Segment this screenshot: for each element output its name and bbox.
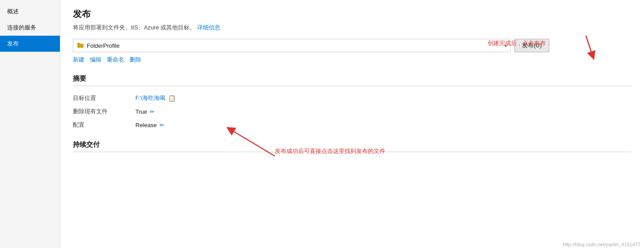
action-rename[interactable]: 重命名 [107, 56, 124, 64]
summary-table: 目标位置 F:\海吃海喝 📋 删除现有文件 True ✏ 配置 Release … [73, 93, 631, 130]
label-delete-existing: 删除现有文件 [73, 107, 135, 116]
target-path-link[interactable]: F:\海吃海喝 [135, 94, 165, 102]
dropdown-arrow-icon[interactable]: ▾ [505, 43, 507, 48]
sidebar-item-label: 发布 [7, 40, 19, 47]
sidebar: 概述 连接的服务 发布 [0, 0, 60, 248]
profile-row: FolderProfile ▾ 发布(U) [73, 39, 631, 52]
delete-existing-value: True [135, 108, 147, 115]
label-configuration: 配置 [73, 120, 135, 130]
sidebar-item-label: 连接的服务 [7, 24, 36, 31]
edit-delete-icon[interactable]: ✏ [150, 108, 155, 115]
copy-icon[interactable]: 📋 [168, 95, 176, 102]
cd-divider [73, 152, 631, 152]
sidebar-item-overview[interactable]: 概述 [0, 4, 60, 20]
profile-name: FolderProfile [87, 42, 505, 49]
cd-section: 持续交付 [73, 141, 631, 152]
edit-config-icon[interactable]: ✏ [160, 122, 164, 128]
action-new[interactable]: 新建 [73, 56, 84, 64]
value-delete-existing: True ✏ [135, 107, 631, 116]
publish-button[interactable]: 发布(U) [514, 39, 549, 52]
sidebar-item-connected-services[interactable]: 连接的服务 [0, 20, 60, 36]
label-target-location: 目标位置 [73, 93, 135, 103]
main-content: 发布 将应用部署到文件夹、IIS、Azure 或其他目标。 详细信息 Folde… [60, 0, 644, 248]
page-subtitle: 将应用部署到文件夹、IIS、Azure 或其他目标。 详细信息 [73, 24, 631, 32]
action-delete[interactable]: 删除 [130, 56, 141, 64]
cd-title: 持续交付 [73, 141, 631, 149]
watermark: http://blog.csdn.net/yanlin_4151477 [563, 242, 640, 247]
page-title: 发布 [73, 8, 631, 20]
profile-actions: 新建 编辑 重命名 删除 [73, 56, 631, 64]
action-edit[interactable]: 编辑 [90, 56, 101, 64]
summary-title: 摘要 [73, 74, 631, 83]
subtitle-text: 将应用部署到文件夹、IIS、Azure 或其他目标。 [73, 24, 195, 31]
configuration-value: Release [135, 122, 157, 128]
sidebar-item-publish[interactable]: 发布 [0, 36, 60, 52]
sidebar-item-label: 概述 [7, 8, 19, 15]
detail-link[interactable]: 详细信息 [197, 24, 220, 31]
summary-divider [73, 86, 631, 86]
folder-icon [77, 42, 84, 49]
value-configuration: Release ✏ [135, 120, 631, 130]
value-target-location: F:\海吃海喝 📋 [135, 93, 631, 103]
profile-select-wrapper[interactable]: FolderProfile ▾ [73, 39, 511, 52]
